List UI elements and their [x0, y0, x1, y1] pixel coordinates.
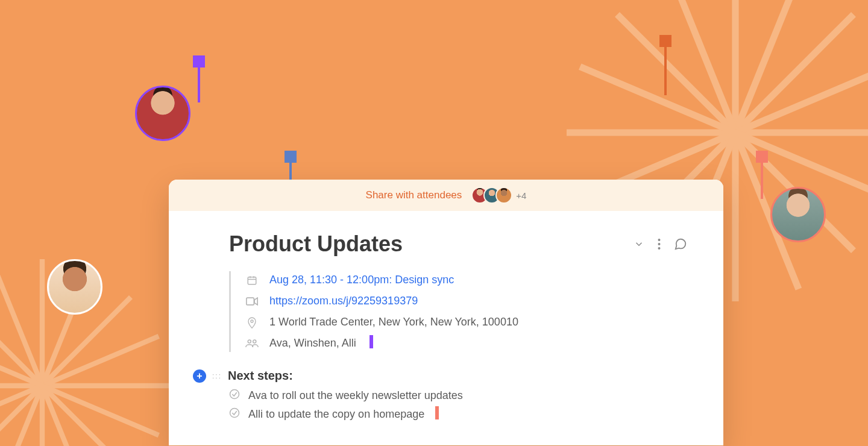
meeting-video-link: https://zoom.us/j/92259319379 [269, 295, 418, 307]
svg-point-17 [658, 243, 661, 245]
checklist-item[interactable]: Alli to update the copy on homepage [229, 407, 687, 421]
avatar [770, 187, 826, 242]
svg-point-16 [658, 239, 661, 241]
meeting-attendees: Ava, Winshen, Alli [269, 337, 356, 350]
svg-point-26 [248, 340, 251, 343]
location-pin-icon [245, 316, 259, 328]
comment-icon[interactable] [674, 237, 687, 251]
svg-line-15 [580, 67, 868, 199]
meeting-meta: Aug 28, 11:30 - 12:00pm: Design sync htt… [229, 271, 687, 352]
avatar [47, 259, 102, 315]
svg-rect-23 [247, 298, 254, 305]
share-with-attendees-link[interactable]: Share with attendees [366, 189, 462, 201]
svg-line-14 [580, 67, 868, 199]
meeting-datetime: Aug 28, 11:30 - 12:00pm: Design sync [269, 274, 454, 286]
svg-rect-19 [248, 277, 256, 284]
collaborator-cursor-icon [435, 410, 439, 419]
share-bar: Share with attendees +4 [169, 180, 723, 211]
more-options-icon[interactable] [658, 239, 661, 250]
svg-point-28 [230, 390, 239, 399]
avatar [135, 86, 190, 141]
meeting-datetime-row[interactable]: Aug 28, 11:30 - 12:00pm: Design sync [245, 274, 687, 286]
calendar-icon [245, 275, 259, 286]
decorative-pin [756, 151, 768, 199]
next-steps-heading[interactable]: Next steps: [228, 369, 293, 383]
meeting-video-row[interactable]: https://zoom.us/j/92259319379 [245, 295, 687, 307]
meeting-location: 1 World Trade Center, New York, New York… [269, 316, 518, 328]
meeting-location-row: 1 World Trade Center, New York, New York… [245, 316, 687, 328]
svg-line-2 [0, 297, 131, 446]
page-title[interactable]: Product Updates [229, 231, 634, 257]
people-icon [245, 339, 259, 348]
decorative-pin [193, 55, 205, 102]
attendee-overflow-count: +4 [516, 190, 526, 201]
drag-handle-icon[interactable]: ::: [212, 372, 222, 380]
checklist-item-text: Alli to update the copy on homepage [248, 408, 424, 421]
svg-line-3 [0, 297, 131, 446]
avatar [495, 187, 512, 204]
checklist-item-text: Ava to roll out the weekly newsletter up… [248, 389, 463, 402]
svg-point-27 [253, 340, 256, 343]
svg-line-7 [0, 336, 159, 435]
svg-line-6 [0, 336, 159, 435]
decorative-pin [659, 35, 671, 95]
svg-point-18 [658, 247, 661, 250]
attendee-avatars[interactable]: +4 [471, 187, 526, 204]
meeting-attendees-row: Ava, Winshen, Alli [245, 337, 687, 350]
collaborator-cursor-icon [370, 339, 373, 348]
checklist-item[interactable]: Ava to roll out the weekly newsletter up… [229, 389, 687, 403]
check-circle-icon [229, 389, 240, 403]
svg-point-25 [251, 320, 253, 322]
svg-marker-24 [254, 298, 257, 305]
video-icon [245, 297, 259, 306]
add-block-button[interactable]: + [193, 369, 206, 383]
note-card: Share with attendees +4 Product Updates [169, 180, 723, 445]
svg-point-29 [230, 409, 239, 418]
chevron-down-icon[interactable] [634, 239, 644, 250]
check-circle-icon [229, 407, 240, 421]
